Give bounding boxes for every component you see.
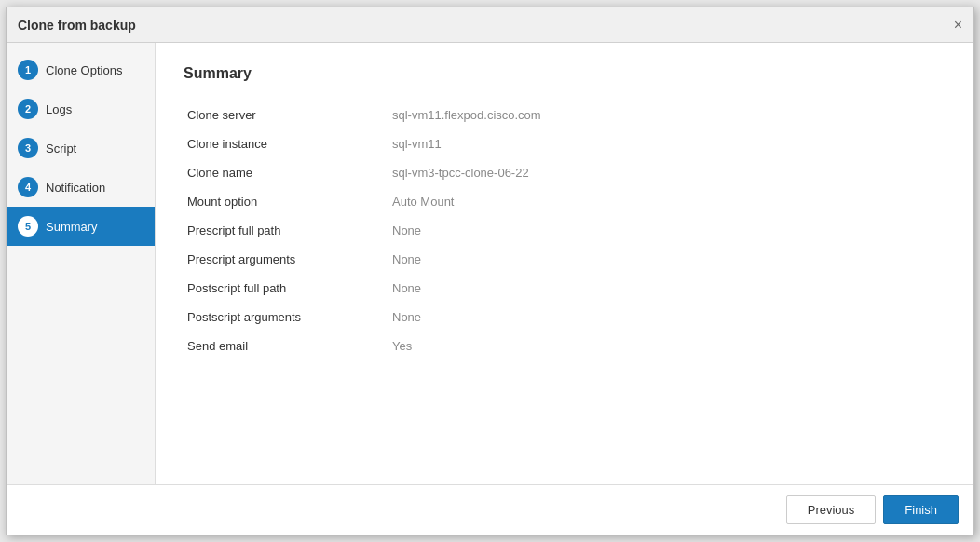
row-value: sql-vm3-tpcc-clone-06-22 — [388, 158, 946, 187]
step-circle-3: 3 — [18, 138, 38, 158]
dialog-titlebar: Clone from backup × — [7, 7, 973, 43]
sidebar-item-label-3: Script — [46, 142, 76, 156]
row-value: sql-vm11.flexpod.cisco.com — [388, 101, 946, 129]
clone-from-backup-dialog: Clone from backup × 1 Clone Options 2 Lo… — [6, 7, 974, 535]
close-button[interactable]: × — [954, 18, 962, 33]
row-value: None — [388, 274, 946, 303]
summary-heading: Summary — [184, 65, 946, 82]
row-label: Send email — [184, 332, 388, 360]
row-value: Yes — [388, 332, 946, 360]
sidebar: 1 Clone Options 2 Logs 3 Script 4 Notifi… — [7, 43, 156, 484]
table-row: Send emailYes — [184, 332, 946, 360]
row-value: None — [388, 216, 946, 245]
row-value: None — [388, 303, 946, 332]
row-label: Mount option — [184, 187, 388, 216]
dialog-body: 1 Clone Options 2 Logs 3 Script 4 Notifi… — [7, 43, 973, 484]
step-circle-4: 4 — [18, 177, 38, 197]
row-label: Clone instance — [184, 129, 388, 158]
table-row: Postscript full pathNone — [184, 274, 946, 303]
table-row: Clone instancesql-vm11 — [184, 129, 946, 158]
sidebar-item-label-5: Summary — [46, 220, 98, 234]
table-row: Clone namesql-vm3-tpcc-clone-06-22 — [184, 158, 946, 187]
table-row: Postscript argumentsNone — [184, 303, 946, 332]
row-value: None — [388, 245, 946, 274]
dialog-title: Clone from backup — [18, 18, 136, 33]
row-label: Postscript full path — [184, 274, 388, 303]
sidebar-item-script[interactable]: 3 Script — [7, 129, 155, 168]
step-circle-5: 5 — [18, 216, 38, 237]
row-value: sql-vm11 — [388, 129, 946, 158]
table-row: Prescript full pathNone — [184, 216, 946, 245]
sidebar-item-label-1: Clone Options — [46, 63, 122, 77]
table-row: Mount optionAuto Mount — [184, 187, 946, 216]
sidebar-item-summary[interactable]: 5 Summary — [7, 207, 155, 246]
row-label: Clone server — [184, 101, 388, 129]
previous-button[interactable]: Previous — [786, 495, 877, 524]
table-row: Clone serversql-vm11.flexpod.cisco.com — [184, 101, 946, 129]
summary-table: Clone serversql-vm11.flexpod.cisco.comCl… — [184, 101, 946, 360]
step-circle-2: 2 — [18, 99, 38, 119]
step-circle-1: 1 — [18, 60, 38, 80]
sidebar-item-clone-options[interactable]: 1 Clone Options — [7, 50, 155, 89]
sidebar-item-label-2: Logs — [46, 102, 72, 116]
row-label: Clone name — [184, 158, 388, 187]
row-label: Prescript full path — [184, 216, 388, 245]
row-label: Postscript arguments — [184, 303, 388, 332]
sidebar-item-label-4: Notification — [46, 181, 105, 195]
sidebar-item-logs[interactable]: 2 Logs — [7, 89, 155, 129]
row-value: Auto Mount — [388, 187, 946, 216]
main-content: Summary Clone serversql-vm11.flexpod.cis… — [156, 43, 973, 484]
table-row: Prescript argumentsNone — [184, 245, 946, 274]
dialog-footer: Previous Finish — [7, 484, 973, 535]
finish-button[interactable]: Finish — [883, 495, 959, 524]
sidebar-item-notification[interactable]: 4 Notification — [7, 168, 155, 207]
row-label: Prescript arguments — [184, 245, 388, 274]
